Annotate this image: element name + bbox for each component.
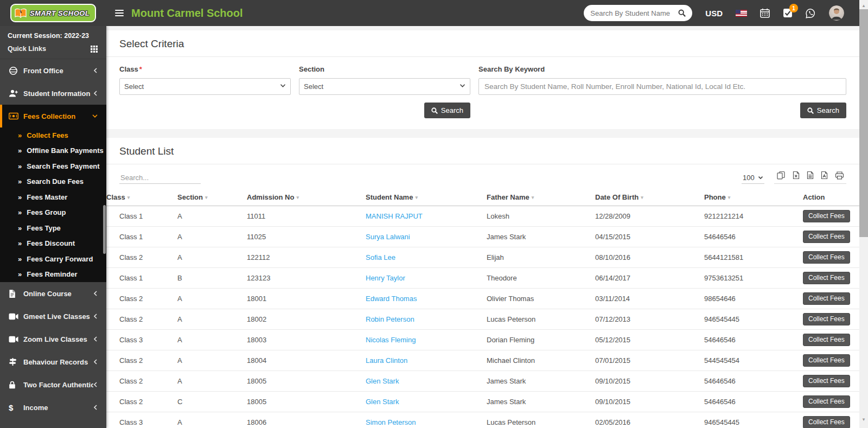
sidebar-subitem-label: Fees Group [27, 208, 66, 216]
sidebar-item[interactable]: Online Course [0, 282, 106, 305]
collect-fees-button[interactable]: Collect Fees [803, 354, 850, 367]
tasks-icon[interactable]: 1 [783, 8, 793, 18]
cell-father-name: Lucas Peterson [487, 412, 595, 428]
sidebar-item-fees-collection[interactable]: Fees Collection [0, 105, 106, 127]
student-name-link[interactable]: Edward Thomas [366, 295, 417, 303]
class-select[interactable]: Select [119, 78, 291, 95]
sidebar-item-label: Fees Collection [23, 112, 92, 120]
page-scrollbar[interactable]: ▴ ▾ [859, 0, 868, 428]
student-name-link[interactable]: Laura Clinton [366, 356, 407, 365]
collect-fees-button[interactable]: Collect Fees [803, 375, 850, 387]
search-button-keyword[interactable]: Search [800, 103, 846, 118]
column-header[interactable]: Phone▾ [704, 188, 803, 206]
excel-icon[interactable] [793, 171, 800, 180]
sidebar-item-icon: $ [9, 404, 23, 412]
table-search-input[interactable] [119, 172, 201, 184]
table-row: Class 3 A 18003 Nicolas Fleming Dorian F… [106, 330, 859, 350]
table-row: Class 1 A 11011 MANISH RAJPUT Lokesh 12/… [106, 206, 859, 227]
student-name-link[interactable]: Henry Taylor [366, 274, 405, 282]
table-row: Class 2 A 18001 Edward Thomas Olivier Th… [106, 289, 859, 309]
sidebar-subitem[interactable]: » Offline Bank Payments [0, 143, 106, 159]
student-name-link[interactable]: Glen Stark [366, 377, 399, 385]
collect-fees-button[interactable]: Collect Fees [803, 231, 850, 243]
search-button[interactable]: Search [424, 103, 470, 118]
cell-class: Class 2 [106, 350, 177, 371]
table-row: Class 2 C 18005 Glen Stark James Stark 0… [106, 392, 859, 412]
sidebar-subitem[interactable]: » Fees Carry Forward [0, 251, 106, 267]
grid-icon[interactable] [91, 46, 98, 53]
column-header[interactable]: Action [803, 188, 859, 206]
sidebar-item[interactable]: Front Office [0, 59, 106, 82]
student-name-link[interactable]: Simon Peterson [366, 418, 416, 426]
collect-fees-button[interactable]: Collect Fees [803, 210, 850, 222]
logo-text: SMART SCHOOL [30, 9, 90, 17]
sidebar-item[interactable]: Student Information [0, 82, 106, 105]
student-name-link[interactable]: Nicolas Fleming [366, 336, 416, 344]
quick-links[interactable]: Quick Links [0, 41, 106, 59]
app-logo[interactable]: SMART SCHOOL [0, 0, 106, 26]
sidebar-subitem[interactable]: » Fees Group [0, 205, 106, 221]
scroll-up-arrow[interactable]: ▴ [859, 1, 868, 10]
chevron-down-icon [92, 114, 98, 118]
sidebar-item[interactable]: Behaviour Records [0, 350, 106, 373]
double-angle-icon: » [18, 270, 22, 278]
avatar[interactable] [829, 5, 844, 21]
collect-fees-button[interactable]: Collect Fees [803, 272, 850, 284]
student-name-link[interactable]: Robin Peterson [366, 315, 414, 323]
select-criteria-card: Select Criteria Class* Select Section Se… [106, 30, 859, 129]
copy-icon[interactable] [776, 171, 786, 180]
sidebar-item[interactable]: Two Factor Authentication [0, 373, 106, 396]
sidebar-scrollbar-thumb[interactable] [103, 205, 106, 254]
calendar-icon[interactable] [760, 8, 770, 18]
cell-class: Class 2 [106, 247, 177, 268]
sidebar-subitem[interactable]: » Collect Fees [0, 127, 106, 143]
cell-phone: 5644121581 [704, 247, 803, 268]
search-icon[interactable] [678, 9, 686, 17]
whatsapp-icon[interactable] [806, 8, 816, 18]
student-name-link[interactable]: MANISH RAJPUT [366, 212, 423, 220]
us-flag-icon[interactable] [736, 10, 747, 17]
student-name-link[interactable]: Glen Stark [366, 398, 399, 406]
collect-fees-button[interactable]: Collect Fees [803, 334, 850, 346]
scrollbar-thumb[interactable] [859, 9, 868, 237]
cell-class: Class 1 [106, 227, 177, 247]
hamburger-icon[interactable] [115, 10, 124, 16]
cell-dob: 09/10/2015 [595, 392, 704, 412]
header-search-input[interactable] [590, 9, 674, 17]
cell-phone: 54646546 [704, 227, 803, 247]
sidebar-subitem[interactable]: » Search Due Fees [0, 174, 106, 190]
column-header[interactable]: Father Name▾ [487, 188, 595, 206]
print-icon[interactable] [835, 171, 844, 180]
collect-fees-button[interactable]: Collect Fees [803, 395, 850, 408]
sidebar-item[interactable]: Gmeet Live Classes [0, 305, 106, 328]
cell-admission-no: 18001 [247, 289, 366, 309]
section-select[interactable]: Select [299, 78, 470, 95]
sidebar-item[interactable]: Zoom Live Classes [0, 328, 106, 350]
csv-icon[interactable] [807, 171, 814, 180]
page-size-select[interactable]: 100 [742, 173, 764, 183]
column-header[interactable]: Admission No▾ [247, 188, 366, 206]
collect-fees-button[interactable]: Collect Fees [803, 251, 850, 264]
student-name-link[interactable]: Sofia Lee [366, 253, 395, 261]
keyword-input[interactable] [478, 78, 846, 95]
scroll-down-arrow[interactable]: ▾ [859, 415, 868, 424]
column-header[interactable]: Date Of Birth▾ [595, 188, 704, 206]
pdf-icon[interactable] [821, 171, 828, 180]
sidebar-subitem[interactable]: » Search Fees Payment [0, 158, 106, 174]
sidebar-subitem[interactable]: » Fees Reminder [0, 267, 106, 283]
sidebar-subitem[interactable]: » Fees Discount [0, 236, 106, 252]
collect-fees-button[interactable]: Collect Fees [803, 416, 850, 428]
collect-fees-button[interactable]: Collect Fees [803, 292, 850, 305]
sidebar-item[interactable]: $ Income [0, 396, 106, 419]
column-header[interactable]: Class▾ [106, 188, 177, 206]
collect-fees-button[interactable]: Collect Fees [803, 313, 850, 325]
cell-class: Class 2 [106, 392, 177, 412]
student-list-card: Student List 100 [106, 138, 859, 428]
column-header[interactable]: Student Name▾ [366, 188, 487, 206]
sidebar-subitem[interactable]: » Fees Type [0, 220, 106, 236]
student-name-link[interactable]: Surya Lalwani [366, 233, 410, 241]
quick-links-label: Quick Links [8, 45, 46, 53]
column-header[interactable]: Section▾ [177, 188, 247, 206]
sidebar-subitem[interactable]: » Fees Master [0, 189, 106, 205]
currency-selector[interactable]: USD [705, 9, 723, 18]
